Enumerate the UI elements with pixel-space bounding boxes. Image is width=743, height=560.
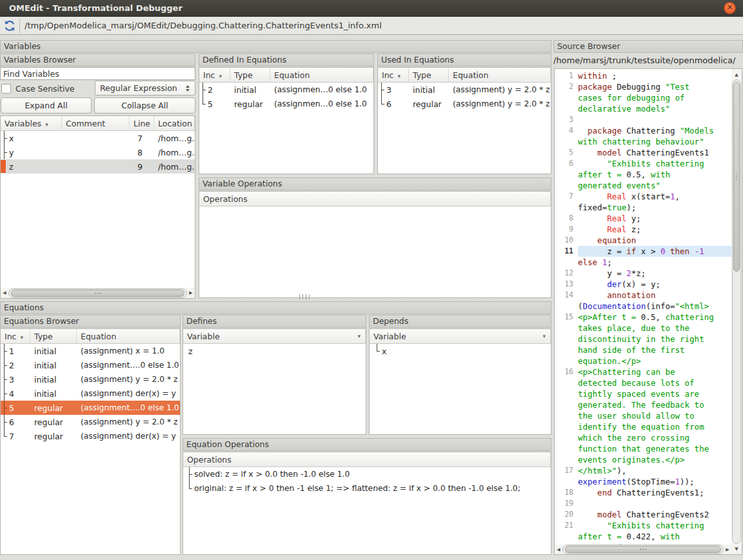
scroll-left-icon[interactable] <box>1 288 8 298</box>
code-text: with chattering behaviour" <box>578 136 731 147</box>
used-in-equations-table: Inc Type Equation 3initial(assignment) y… <box>377 67 551 174</box>
search-syntax-dropdown[interactable]: Regular Expression <box>95 81 195 95</box>
variable-row[interactable]: y8/hom…g. <box>1 145 195 159</box>
sort-indicator-icon <box>41 119 48 128</box>
scroll-left-icon[interactable] <box>555 545 562 554</box>
source-vertical-scrollbar[interactable] <box>731 69 742 554</box>
close-button[interactable] <box>724 2 736 14</box>
column-line[interactable]: Line <box>130 116 154 130</box>
column-equation[interactable]: Equation <box>77 329 180 343</box>
variable-location: /hom…g. <box>154 131 195 145</box>
variables-horizontal-scrollbar[interactable] <box>1 288 195 298</box>
scroll-up-icon[interactable] <box>733 70 740 79</box>
code-line: 5 model ChatteringEvents1 <box>555 147 731 158</box>
scroll-right-icon[interactable] <box>724 545 731 554</box>
find-variables-input[interactable] <box>0 67 195 80</box>
column-inc[interactable]: Inc <box>378 68 409 82</box>
code-text <box>578 498 731 509</box>
equation-type: initial <box>30 386 77 401</box>
scroll-down-icon[interactable] <box>733 544 740 554</box>
equation-row[interactable]: 7regular(assignment) der(x) = y <box>1 429 180 443</box>
column-variable[interactable]: Variable <box>183 329 366 343</box>
line-number <box>555 334 578 345</box>
code-line: 16<p>Chattering can be <box>555 366 731 377</box>
source-code-view[interactable]: 1within ;2package Debugging "Testcases f… <box>554 68 742 555</box>
code-text: function that generates the <box>578 443 731 454</box>
scrollbar-thumb[interactable] <box>565 546 721 553</box>
column-equation[interactable]: Equation <box>449 68 551 82</box>
equation-row[interactable]: 6regular(assignment) y = 2.0 * z <box>1 415 180 429</box>
line-number: 16 <box>555 366 578 377</box>
code-line: generated events" <box>555 180 731 191</box>
column-variables[interactable]: Variables <box>1 116 62 130</box>
defines-row[interactable]: z <box>183 344 366 358</box>
code-text: declarative models" <box>578 103 731 114</box>
column-inc[interactable]: Inc <box>1 329 30 343</box>
variable-comment <box>62 131 130 145</box>
column-type[interactable]: Type <box>230 68 270 82</box>
column-type[interactable]: Type <box>30 329 77 343</box>
scrollbar-thumb[interactable] <box>11 290 184 297</box>
depends-table: Variable x <box>369 328 551 435</box>
source-horizontal-scrollbar[interactable] <box>555 545 731 554</box>
equation-index: 2 <box>9 361 14 370</box>
equation-index: 2 <box>208 85 213 95</box>
tree-branch-icon <box>1 415 8 429</box>
defined-in-row[interactable]: 2initial(assignmen…0 else 1.0 <box>199 83 373 97</box>
line-number: 6 <box>555 158 578 169</box>
code-text: hand side of the first <box>578 345 731 355</box>
tree-branch-icon <box>1 386 8 401</box>
column-comment[interactable]: Comment <box>62 116 130 130</box>
column-equation[interactable]: Equation <box>270 68 373 82</box>
variable-operations-title: Variable Operations <box>199 177 551 190</box>
variable-name: y <box>9 148 14 157</box>
used-in-row[interactable]: 6regular(assignment) y = 2.0 * z <box>378 97 551 111</box>
equation-type: initial <box>30 344 77 358</box>
expand-all-button[interactable]: Expand All <box>1 97 92 114</box>
equation-row[interactable]: 2initial(assignment….0 else 1.0 <box>1 358 180 372</box>
scroll-right-icon[interactable] <box>187 288 195 298</box>
splitter-handle[interactable] <box>299 294 310 299</box>
line-number: 1 <box>555 70 578 81</box>
scrollbar-thumb[interactable] <box>733 82 740 272</box>
case-sensitive-checkbox[interactable] <box>1 84 11 94</box>
variable-location: /hom…g. <box>154 145 195 159</box>
depends-row[interactable]: x <box>370 344 551 358</box>
column-location[interactable]: Location <box>154 116 195 130</box>
column-operations[interactable]: Operations <box>183 452 551 466</box>
code-text: after t = 0.422, with <box>578 531 731 542</box>
variable-row[interactable]: z9/hom…g. <box>1 159 195 174</box>
line-number: 15 <box>555 312 578 323</box>
titlebar[interactable]: OMEdit - Transformational Debugger <box>0 0 743 17</box>
defined-in-row[interactable]: 5regular(assignmen…0 else 1.0 <box>199 97 373 111</box>
column-variable[interactable]: Variable <box>370 329 551 343</box>
reload-icon[interactable] <box>2 18 17 34</box>
variables-filter-row: Case Sensitive Regular Expression <box>0 81 195 97</box>
column-operations[interactable]: Operations <box>199 192 551 206</box>
code-text: <p>After t = 0.5, chattering <box>578 312 731 323</box>
code-text: generated. The feedback to <box>578 399 731 410</box>
code-text: z = if x > 0 then -1 <box>578 246 731 257</box>
column-type[interactable]: Type <box>409 68 449 82</box>
equation-row[interactable]: 1initial(assignment) x = 1.0 <box>1 344 180 358</box>
variables-rows: x7/hom…g.y8/hom…g.z9/hom…g. <box>1 131 195 174</box>
variable-row[interactable]: x7/hom…g. <box>1 131 195 145</box>
tree-branch-icon <box>1 131 8 145</box>
code-text: else 1; <box>578 257 731 268</box>
code-text: </html>"), <box>578 465 731 476</box>
code-text: the user should allow to <box>578 410 731 421</box>
equation-row[interactable]: 5regular(assignment….0 else 1.0 <box>1 401 180 415</box>
equation-row[interactable]: 4initial(assignment) der(x) = y <box>1 386 180 401</box>
defined-in-equations-table: Inc Type Equation 2initial(assignmen…0 e… <box>199 67 374 174</box>
column-inc[interactable]: Inc <box>199 68 230 82</box>
code-text: Real y; <box>578 213 731 224</box>
equation-text: (assignment) der(x) = y <box>77 429 180 443</box>
code-line: generated. The feedback to <box>555 399 731 410</box>
operation-row[interactable]: solved: z = if x > 0.0 then -1.0 else 1.… <box>183 467 551 481</box>
line-number <box>555 355 578 366</box>
equation-row[interactable]: 3initial(assignment) y = 2.0 * z <box>1 372 180 386</box>
collapse-all-button[interactable]: Collapse All <box>94 97 195 114</box>
used-in-row[interactable]: 3initial(assignment) y = 2.0 * z <box>378 83 551 97</box>
variables-table-header[interactable]: Variables Comment Line Location <box>1 116 195 131</box>
operation-row[interactable]: original: z = if x > 0 then -1 else 1; =… <box>183 481 551 495</box>
